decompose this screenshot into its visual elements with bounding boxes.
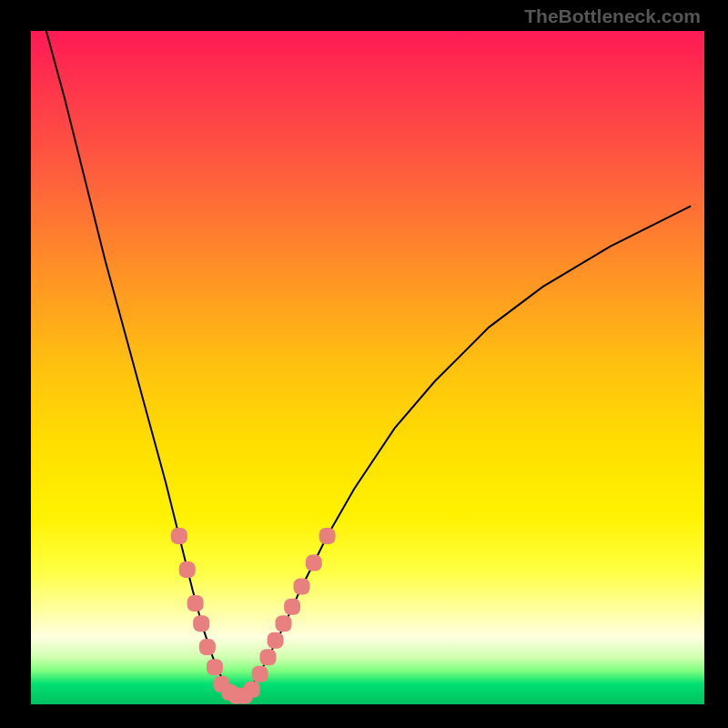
curve-marker: [260, 649, 277, 665]
curve-markers: [171, 528, 336, 703]
curve-marker: [319, 528, 336, 544]
curve-marker: [276, 615, 292, 632]
curve-marker: [294, 579, 310, 595]
curve-marker: [252, 666, 268, 682]
bottleneck-curve: [45, 31, 691, 694]
curve-marker: [179, 561, 196, 578]
curve-marker: [207, 659, 223, 675]
curve-marker: [284, 599, 300, 615]
curve-marker: [187, 595, 204, 612]
bottleneck-chart: [31, 31, 704, 704]
curve-marker: [244, 682, 260, 698]
curve-marker: [199, 639, 216, 655]
attribution-text: TheBottleneck.com: [524, 5, 701, 27]
curve-marker: [268, 632, 284, 649]
curve-marker: [306, 555, 322, 571]
curve-marker: [171, 528, 187, 544]
curve-marker: [193, 615, 209, 632]
